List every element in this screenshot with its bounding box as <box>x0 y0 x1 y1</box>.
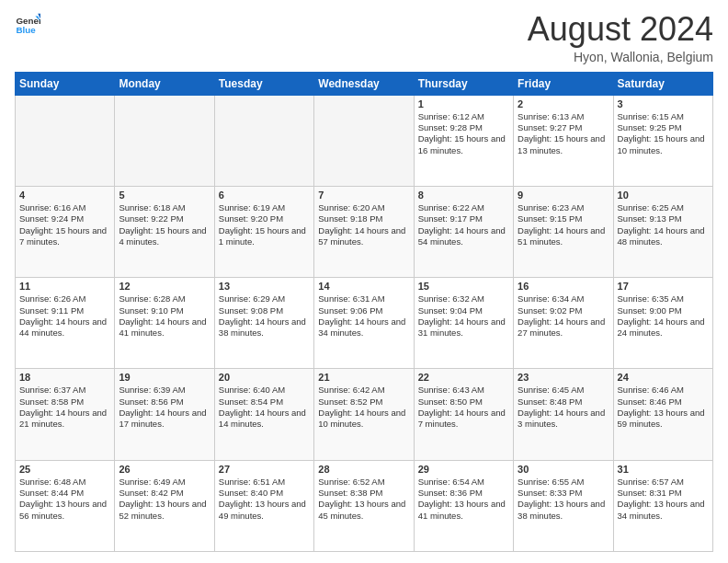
table-row: 8Sunrise: 6:22 AMSunset: 9:17 PMDaylight… <box>414 186 513 277</box>
table-row: 25Sunrise: 6:48 AMSunset: 8:44 PMDayligh… <box>16 460 115 551</box>
daylight-hours: Daylight: 13 hours and 45 minutes. <box>318 499 409 522</box>
daylight-hours: Daylight: 13 hours and 34 minutes. <box>618 499 709 522</box>
sunset: Sunset: 9:10 PM <box>119 305 210 316</box>
table-row: 4Sunrise: 6:16 AMSunset: 9:24 PMDaylight… <box>16 186 115 277</box>
table-row: 18Sunrise: 6:37 AMSunset: 8:58 PMDayligh… <box>16 369 115 460</box>
table-row: 30Sunrise: 6:55 AMSunset: 8:33 PMDayligh… <box>514 460 613 551</box>
sunrise: Sunrise: 6:15 AM <box>618 111 709 122</box>
sunset: Sunset: 8:50 PM <box>418 396 509 408</box>
daylight-hours: Daylight: 14 hours and 44 minutes. <box>19 316 110 339</box>
daylight-hours: Daylight: 15 hours and 13 minutes. <box>518 133 609 156</box>
sunrise: Sunrise: 6:23 AM <box>518 202 609 213</box>
table-row: 12Sunrise: 6:28 AMSunset: 9:10 PMDayligh… <box>115 278 214 369</box>
sunrise: Sunrise: 6:18 AM <box>119 202 210 213</box>
sunset: Sunset: 9:02 PM <box>518 305 609 316</box>
sunrise: Sunrise: 6:45 AM <box>518 385 609 396</box>
sunrise: Sunrise: 6:19 AM <box>219 202 310 213</box>
daylight-hours: Daylight: 14 hours and 41 minutes. <box>119 316 210 339</box>
table-row <box>314 95 414 186</box>
sunset: Sunset: 9:20 PM <box>219 213 310 224</box>
header: General Blue August 2024 Hyon, Wallonia,… <box>15 11 713 64</box>
calendar-week-row: 18Sunrise: 6:37 AMSunset: 8:58 PMDayligh… <box>16 369 713 460</box>
sunrise: Sunrise: 6:16 AM <box>19 202 110 213</box>
day-number: 17 <box>618 281 709 292</box>
sunrise: Sunrise: 6:31 AM <box>318 293 409 304</box>
daylight-hours: Daylight: 14 hours and 14 minutes. <box>219 408 310 431</box>
sunset: Sunset: 9:00 PM <box>618 305 709 316</box>
sunrise: Sunrise: 6:55 AM <box>518 477 609 488</box>
subtitle: Hyon, Wallonia, Belgium <box>528 50 713 64</box>
day-number: 19 <box>119 372 210 383</box>
sunrise: Sunrise: 6:26 AM <box>19 293 110 304</box>
sunrise: Sunrise: 6:29 AM <box>219 293 310 304</box>
table-row <box>16 95 115 186</box>
sunset: Sunset: 9:18 PM <box>318 213 409 224</box>
sunrise: Sunrise: 6:34 AM <box>518 293 609 304</box>
calendar-table: Sunday Monday Tuesday Wednesday Thursday… <box>15 72 713 552</box>
daylight-hours: Daylight: 14 hours and 10 minutes. <box>318 408 409 431</box>
daylight-hours: Daylight: 14 hours and 7 minutes. <box>418 408 509 431</box>
day-number: 23 <box>518 372 609 383</box>
day-number: 24 <box>618 372 709 383</box>
calendar-week-row: 25Sunrise: 6:48 AMSunset: 8:44 PMDayligh… <box>16 460 713 551</box>
table-row: 24Sunrise: 6:46 AMSunset: 8:46 PMDayligh… <box>613 369 712 460</box>
sunrise: Sunrise: 6:32 AM <box>418 293 509 304</box>
sunrise: Sunrise: 6:28 AM <box>119 293 210 304</box>
day-number: 31 <box>618 464 709 475</box>
col-wednesday: Wednesday <box>314 72 414 95</box>
col-sunday: Sunday <box>16 72 115 95</box>
day-number: 21 <box>318 372 409 383</box>
sunset: Sunset: 9:13 PM <box>618 213 709 224</box>
sunrise: Sunrise: 6:40 AM <box>219 385 310 396</box>
sunrise: Sunrise: 6:39 AM <box>119 385 210 396</box>
table-row: 21Sunrise: 6:42 AMSunset: 8:52 PMDayligh… <box>314 369 414 460</box>
sunset: Sunset: 8:40 PM <box>219 488 310 499</box>
sunset: Sunset: 8:44 PM <box>19 488 110 499</box>
sunrise: Sunrise: 6:42 AM <box>318 385 409 396</box>
sunrise: Sunrise: 6:49 AM <box>119 477 210 488</box>
sunset: Sunset: 9:04 PM <box>418 305 509 316</box>
sunset: Sunset: 8:31 PM <box>618 488 709 499</box>
sunset: Sunset: 9:11 PM <box>19 305 110 316</box>
sunrise: Sunrise: 6:57 AM <box>618 477 709 488</box>
table-row: 6Sunrise: 6:19 AMSunset: 9:20 PMDaylight… <box>214 186 313 277</box>
daylight-hours: Daylight: 13 hours and 41 minutes. <box>418 499 509 522</box>
daylight-hours: Daylight: 13 hours and 56 minutes. <box>19 499 110 522</box>
table-row: 10Sunrise: 6:25 AMSunset: 9:13 PMDayligh… <box>613 186 712 277</box>
day-number: 4 <box>19 190 110 201</box>
sunset: Sunset: 8:42 PM <box>119 488 210 499</box>
daylight-hours: Daylight: 14 hours and 21 minutes. <box>19 408 110 431</box>
day-number: 13 <box>219 281 310 292</box>
daylight-hours: Daylight: 14 hours and 48 minutes. <box>618 225 709 248</box>
daylight-hours: Daylight: 14 hours and 31 minutes. <box>418 316 509 339</box>
page: General Blue August 2024 Hyon, Wallonia,… <box>0 0 728 563</box>
daylight-hours: Daylight: 15 hours and 1 minute. <box>219 225 310 248</box>
table-row: 2Sunrise: 6:13 AMSunset: 9:27 PMDaylight… <box>514 95 613 186</box>
table-row: 31Sunrise: 6:57 AMSunset: 8:31 PMDayligh… <box>613 460 712 551</box>
sunset: Sunset: 8:36 PM <box>418 488 509 499</box>
sunset: Sunset: 9:17 PM <box>418 213 509 224</box>
sunrise: Sunrise: 6:48 AM <box>19 477 110 488</box>
table-row: 23Sunrise: 6:45 AMSunset: 8:48 PMDayligh… <box>514 369 613 460</box>
calendar-header-row: Sunday Monday Tuesday Wednesday Thursday… <box>16 72 713 95</box>
day-number: 18 <box>19 372 110 383</box>
col-friday: Friday <box>514 72 613 95</box>
sunset: Sunset: 8:52 PM <box>318 396 409 408</box>
sunrise: Sunrise: 6:52 AM <box>318 477 409 488</box>
day-number: 12 <box>119 281 210 292</box>
col-tuesday: Tuesday <box>214 72 313 95</box>
calendar-week-row: 4Sunrise: 6:16 AMSunset: 9:24 PMDaylight… <box>16 186 713 277</box>
day-number: 14 <box>318 281 409 292</box>
sunset: Sunset: 9:27 PM <box>518 122 609 133</box>
sunrise: Sunrise: 6:13 AM <box>518 111 609 122</box>
sunrise: Sunrise: 6:54 AM <box>418 477 509 488</box>
sunrise: Sunrise: 6:35 AM <box>618 293 709 304</box>
col-saturday: Saturday <box>613 72 712 95</box>
table-row: 22Sunrise: 6:43 AMSunset: 8:50 PMDayligh… <box>414 369 513 460</box>
sunset: Sunset: 9:06 PM <box>318 305 409 316</box>
table-row: 17Sunrise: 6:35 AMSunset: 9:00 PMDayligh… <box>613 278 712 369</box>
day-number: 5 <box>119 190 210 201</box>
sunrise: Sunrise: 6:37 AM <box>19 385 110 396</box>
svg-text:Blue: Blue <box>16 25 36 35</box>
daylight-hours: Daylight: 15 hours and 7 minutes. <box>19 225 110 248</box>
